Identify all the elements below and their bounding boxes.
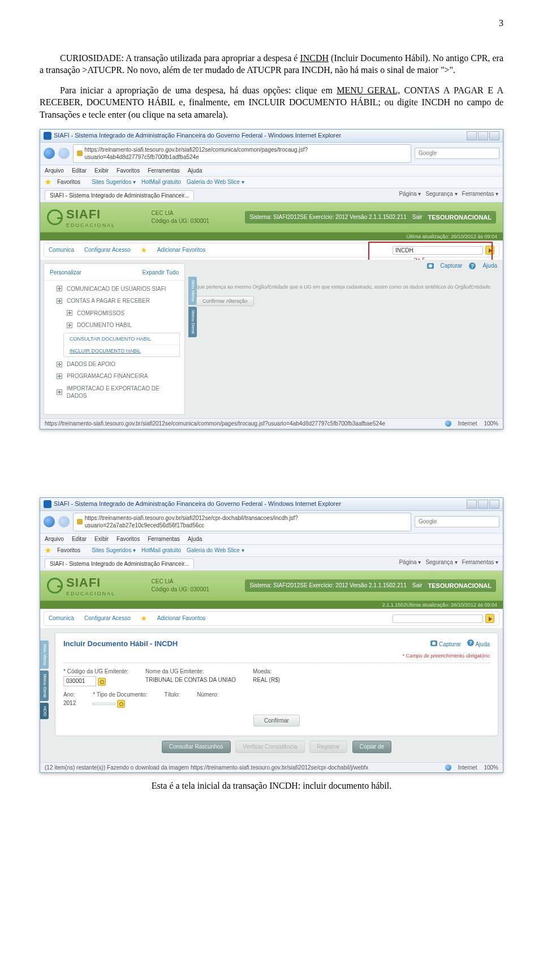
sidebar-item-importacao[interactable]: IMPORTACAO E EXPORTACAO DE DADOS	[44, 382, 184, 402]
search-field[interactable]: Google	[415, 148, 499, 159]
sidebar-item-comunicacao[interactable]: COMUNICACAO DE USUARIOS SIAFI	[44, 283, 184, 295]
help-link[interactable]: Ajuda	[475, 641, 490, 647]
sidebar-item-label: CONTAS A PAGAR E RECEBER	[67, 297, 150, 305]
maximize-button[interactable]	[478, 500, 488, 509]
appbar-comunica[interactable]: Comunica	[49, 614, 74, 622]
menu-ferramentas[interactable]: Ferramentas	[148, 535, 180, 543]
url-field-2[interactable]: https://treinamento-siafi.tesouro.gov.br…	[73, 513, 411, 531]
search-field-2[interactable]: Google	[415, 516, 499, 527]
siafi-edu: EDUCACIONAL	[66, 222, 115, 229]
sub-consultar[interactable]: CONSULTAR DOCUMENTO HABIL	[64, 333, 179, 345]
fav-galeria[interactable]: Galeria do Web Slice ▾	[187, 547, 244, 555]
page-number: 3	[40, 17, 503, 29]
command-go-button-2[interactable]	[485, 614, 494, 623]
green-strip: Última atualização: 26/10/2012 às 09:04	[40, 233, 503, 240]
tool-pagina[interactable]: Página ▾	[399, 558, 421, 569]
status-internet: Internet	[458, 764, 477, 772]
sidebar-item-compromissos[interactable]: COMPROMISSOS	[44, 307, 184, 320]
back-button[interactable]	[44, 148, 55, 159]
col-titulo: Título:	[164, 691, 180, 708]
help-link[interactable]: Ajuda	[482, 262, 497, 270]
menu-ajuda[interactable]: Ajuda	[188, 167, 202, 175]
fav-sites[interactable]: Sites Sugeridos ▾	[92, 547, 136, 555]
minimize-button[interactable]	[467, 500, 477, 509]
vtab-meu-menu[interactable]: Meu Menu	[40, 641, 49, 669]
appbar-config[interactable]: Configurar Acesso	[84, 614, 131, 622]
back-button[interactable]	[44, 516, 55, 527]
input-tipo[interactable]	[93, 703, 115, 705]
browser-tab[interactable]: SIAFI - Sistema Integrado de Administraç…	[45, 190, 194, 201]
col-moeda: Moeda: REAL (R$)	[253, 668, 280, 686]
menu-exibir[interactable]: Exibir	[94, 167, 109, 175]
menu-favoritos[interactable]: Favoritos	[117, 535, 140, 543]
favorites-label[interactable]: Favoritos	[57, 178, 80, 186]
confirm-wrap: Confirmar	[63, 715, 490, 727]
minimize-button[interactable]	[467, 131, 477, 140]
sidebar-expand[interactable]: Expandir Tudo	[143, 269, 179, 277]
magnify-icon[interactable]	[117, 700, 125, 708]
magnify-icon[interactable]	[98, 678, 106, 686]
confirmar-alteracao-button[interactable]: Confirmar Alteração	[196, 296, 254, 306]
menu-editar[interactable]: Editar	[72, 167, 87, 175]
window-title: SIAFI - Sistema Integrado de Administraç…	[54, 131, 341, 140]
sub-incluir[interactable]: INCLUIR DOCUMENTO HABIL	[64, 345, 179, 356]
plus-icon	[57, 286, 62, 291]
command-input[interactable]	[393, 246, 483, 255]
siafi-user-block: CEC LIA Código da UG: 030001	[152, 209, 209, 225]
close-button[interactable]	[489, 131, 499, 140]
menu-ajuda[interactable]: Ajuda	[188, 535, 202, 543]
favorites-label[interactable]: Favoritos	[57, 547, 80, 555]
menu-editar[interactable]: Editar	[72, 535, 87, 543]
forward-button[interactable]	[58, 148, 70, 159]
sidebar-item-programacao[interactable]: PROGRAMACAO FINANCEIRA	[44, 370, 184, 382]
vtab-hod[interactable]: HOD	[40, 703, 49, 720]
sidebar-item-dados[interactable]: DADOS DE APOIO	[44, 358, 184, 371]
tab-bar-2: SIAFI - Sistema Integrado de Administraç…	[40, 557, 503, 571]
fav-hotmail[interactable]: HotMail gratuito	[141, 178, 181, 186]
tool-pagina[interactable]: Página ▾	[399, 190, 421, 201]
menu-arquivo[interactable]: Arquivo	[45, 535, 64, 543]
capture-link[interactable]: Capturar	[439, 641, 461, 647]
close-button[interactable]	[489, 500, 499, 509]
tool-ferramentas[interactable]: Ferramentas ▾	[462, 558, 498, 569]
fav-sites[interactable]: Sites Sugeridos ▾	[92, 178, 136, 186]
command-input-2[interactable]	[393, 614, 483, 623]
btn-consultar-rascunhos[interactable]: Consultar Rascunhos	[162, 741, 231, 753]
sidebar-item-documento[interactable]: DOCUMENTO HABIL	[44, 319, 184, 332]
url-text: https://treinamento-siafi.tesouro.gov.br…	[85, 146, 407, 161]
tool-seguranca[interactable]: Segurança ▾	[425, 558, 457, 569]
capture-link[interactable]: Capturar	[441, 262, 463, 270]
tool-ferramentas[interactable]: Ferramentas ▾	[462, 190, 498, 201]
menu-favoritos[interactable]: Favoritos	[117, 167, 140, 175]
btn-copiar[interactable]: Copiar de	[352, 741, 391, 753]
spacer	[40, 429, 503, 492]
appbar-comunica[interactable]: Comunica	[49, 246, 74, 254]
maximize-button[interactable]	[478, 131, 488, 140]
input-codug[interactable]: 030001	[63, 676, 96, 686]
browser-tab-2[interactable]: SIAFI - Sistema Integrado de Administraç…	[45, 558, 194, 569]
btn-registrar[interactable]: Registrar	[309, 741, 347, 753]
fav-hotmail[interactable]: HotMail gratuito	[141, 547, 181, 555]
command-go-button[interactable]	[485, 246, 494, 255]
sair-link[interactable]: Sair	[412, 213, 423, 221]
appbar-config[interactable]: Configurar Acesso	[84, 246, 131, 254]
appbar-addfav[interactable]: Adicionar Favoritos	[157, 614, 206, 622]
sidebar-item-label: DOCUMENTO HABIL	[77, 321, 132, 329]
btn-verificar[interactable]: Verificar Consistência	[235, 741, 304, 753]
menu-exibir[interactable]: Exibir	[94, 535, 109, 543]
appbar-addfav[interactable]: Adicionar Favoritos	[157, 246, 206, 254]
menu-arquivo[interactable]: Arquivo	[45, 167, 64, 175]
address-bar: https://treinamento-siafi.tesouro.gov.br…	[40, 143, 503, 165]
panel-toplinks: Capturar Ajuda	[430, 639, 490, 648]
tool-seguranca[interactable]: Segurança ▾	[425, 190, 457, 201]
confirmar-button[interactable]: Confirmar	[253, 715, 300, 727]
url-field[interactable]: https://treinamento-siafi.tesouro.gov.br…	[73, 144, 411, 163]
forward-button[interactable]	[58, 516, 70, 527]
fav-galeria[interactable]: Galeria do Web Slice ▾	[187, 178, 244, 186]
menu-ferramentas[interactable]: Ferramentas	[148, 167, 180, 175]
sidebar-item-contas[interactable]: CONTAS A PAGAR E RECEBER	[44, 295, 184, 307]
sidebar-personalize[interactable]: Personalizar	[50, 269, 81, 277]
vtab-menu-geral[interactable]: Menu Geral	[40, 670, 49, 701]
appbar-star-icon	[141, 247, 147, 253]
sair-link[interactable]: Sair	[412, 582, 423, 590]
